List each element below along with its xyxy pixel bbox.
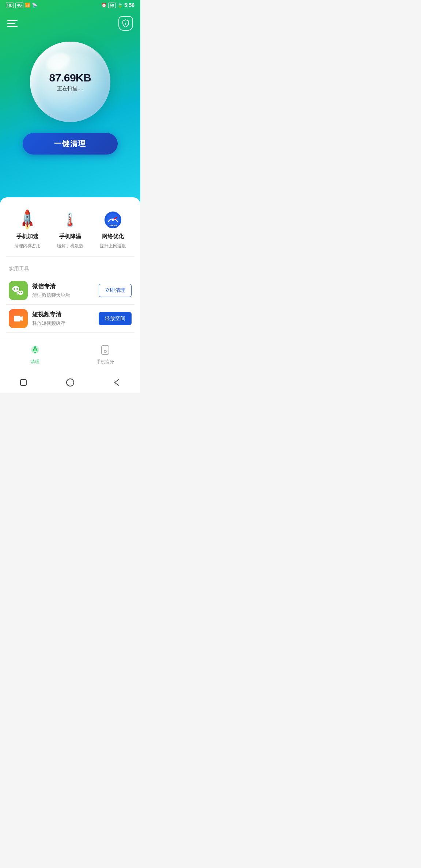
section-label: 实用工具 — [6, 263, 134, 277]
svg-rect-15 — [102, 346, 109, 354]
status-right: ⏰ 68 🍃 5:56 — [101, 2, 134, 8]
svg-point-14 — [34, 352, 36, 353]
card-section: 🚀 手机加速 清理内存占用 🌡️ 手机降温 缓解手机发热 SPEE — [0, 197, 140, 339]
video-space-button[interactable]: 轻放空间 — [99, 312, 132, 325]
svg-point-4 — [112, 219, 114, 221]
wechat-name: 微信专清 — [32, 283, 94, 290]
svg-point-17 — [104, 350, 106, 353]
hero-section: i 87.69KB 正在扫描.... 一键清理 — [0, 0, 140, 205]
time-display: 5:56 — [124, 2, 134, 8]
network-subtitle: 提升上网速度 — [100, 243, 126, 249]
scan-size: 87.69KB — [49, 72, 91, 84]
wechat-clean-button[interactable]: 立即清理 — [99, 284, 132, 297]
tool-item-wechat: 微信专清 清理微信聊天垃圾 立即清理 — [6, 277, 134, 305]
video-desc: 释放短视频缓存 — [32, 320, 94, 327]
svg-point-10 — [16, 288, 18, 290]
one-click-clean-button[interactable]: 一键清理 — [23, 133, 118, 155]
speed-subtitle: 清理内存占用 — [14, 243, 41, 249]
svg-point-19 — [67, 379, 74, 386]
svg-text:SPEED: SPEED — [109, 224, 117, 226]
hd-badge: HD — [6, 3, 14, 8]
scan-orb-container: 87.69KB 正在扫描.... — [0, 42, 140, 122]
speed-icon: 🚀 — [17, 210, 38, 230]
speed-title: 手机加速 — [16, 233, 38, 240]
slim-nav-label: 手机瘦身 — [96, 359, 114, 365]
svg-rect-16 — [104, 345, 107, 346]
svg-point-12 — [21, 292, 22, 293]
sys-nav-back[interactable] — [110, 375, 124, 390]
bottom-nav: 清理 手机瘦身 — [0, 339, 140, 371]
menu-button[interactable] — [7, 20, 18, 27]
svg-rect-13 — [14, 316, 20, 321]
alarm-icon: ⏰ — [101, 3, 107, 8]
cool-subtitle: 缓解手机发热 — [57, 243, 83, 249]
wechat-desc: 清理微信聊天垃圾 — [32, 292, 94, 298]
status-left: HD 4G 📶 📡 — [6, 3, 37, 8]
feature-grid: 🚀 手机加速 清理内存占用 🌡️ 手机降温 缓解手机发热 SPEE — [6, 206, 134, 257]
svg-text:i: i — [125, 22, 126, 26]
signal-4g: 4G — [15, 3, 23, 8]
nav-item-slim[interactable]: 手机瘦身 — [70, 343, 140, 365]
video-name: 短视频专清 — [32, 311, 94, 319]
network-icon: SPEED — [103, 210, 123, 230]
network-title: 网络优化 — [102, 233, 124, 240]
feature-item-cool[interactable]: 🌡️ 手机降温 缓解手机发热 — [49, 210, 91, 249]
video-app-icon — [9, 309, 28, 328]
slim-nav-icon — [98, 343, 113, 357]
status-bar: HD 4G 📶 📡 ⏰ 68 🍃 5:56 — [0, 0, 140, 10]
signal-bars: 📶 — [25, 3, 30, 8]
wechat-icon-wrap — [9, 281, 28, 300]
clean-nav-icon — [28, 343, 42, 357]
wechat-icon — [9, 281, 28, 300]
top-bar: i — [0, 13, 140, 38]
sys-nav-square[interactable] — [16, 375, 31, 390]
battery-level: 68 — [108, 3, 116, 8]
leaf-icon: 🍃 — [117, 3, 123, 8]
scan-orb[interactable]: 87.69KB 正在扫描.... — [30, 42, 110, 122]
tool-item-video: 短视频专清 释放短视频缓存 轻放空间 — [6, 305, 134, 333]
video-icon-wrap — [9, 309, 28, 328]
video-text: 短视频专清 释放短视频缓存 — [32, 311, 94, 327]
svg-rect-18 — [20, 380, 26, 385]
wifi-icon: 📡 — [32, 3, 37, 8]
cool-title: 手机降温 — [59, 233, 81, 240]
svg-point-9 — [14, 288, 15, 290]
svg-point-8 — [12, 286, 19, 292]
scan-status: 正在扫描.... — [57, 85, 83, 92]
shield-info-button[interactable]: i — [118, 16, 133, 31]
svg-point-11 — [19, 292, 20, 293]
cool-icon: 🌡️ — [60, 210, 80, 230]
clean-nav-label: 清理 — [31, 359, 39, 365]
wechat-text: 微信专清 清理微信聊天垃圾 — [32, 283, 94, 298]
feature-item-speed[interactable]: 🚀 手机加速 清理内存占用 — [6, 210, 49, 249]
feature-item-network[interactable]: SPEED 网络优化 提升上网速度 — [92, 210, 134, 249]
sys-nav-circle[interactable] — [63, 375, 77, 390]
system-nav — [0, 371, 140, 393]
nav-item-clean[interactable]: 清理 — [0, 343, 70, 365]
